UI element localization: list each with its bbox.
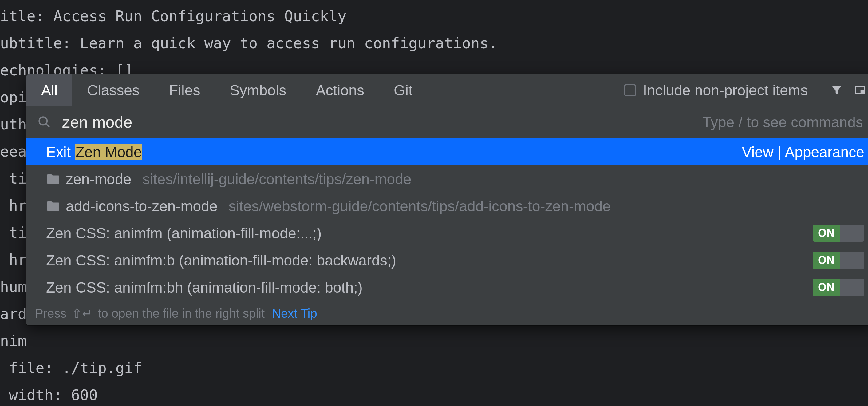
footer-hint: Press ⇧↵ to open the file in the right s… [35,306,265,320]
result-main: add-icons-to-zen-modesites/webstorm-guid… [46,198,864,215]
svg-rect-1 [861,90,864,93]
result-row[interactable]: Zen CSS: animfm:b (animation-fill-mode: … [26,247,868,274]
svg-point-2 [39,117,47,125]
result-row[interactable]: zen-modesites/intellij-guide/contents/ti… [26,166,868,193]
result-main: zen-modesites/intellij-guide/contents/ti… [46,171,864,187]
result-folder-path: sites/webstorm-guide/contents/tips/add-i… [229,198,611,215]
tab-symbols[interactable]: Symbols [215,75,301,106]
search-icon [37,115,51,129]
editor-line: itle: Access Run Configurations Quickly [0,2,868,30]
toggle-switch[interactable]: ON [813,252,864,269]
search-tabs-row: AllClassesFilesSymbolsActionsGit Include… [26,75,868,107]
folder-icon [46,173,60,185]
editor-line: nim [0,327,868,354]
result-main: Zen CSS: animfm (animation-fill-mode:...… [46,225,813,242]
result-toggle-label: Zen CSS: animfm:bh (animation-fill-mode:… [46,279,363,296]
include-non-project-items[interactable]: Include non-project items [624,82,808,99]
search-results: Exit Zen ModeView | Appearancezen-modesi… [26,138,868,301]
shortcut-keys: ⇧↵ [70,306,94,320]
open-in-new-window-icon[interactable] [853,83,867,97]
tab-all[interactable]: All [26,75,72,106]
editor-line: ubtitle: Learn a quick way to access run… [0,30,868,57]
tab-git[interactable]: Git [379,75,427,106]
editor-line: file: ./tip.gif [0,354,868,381]
result-row[interactable]: add-icons-to-zen-modesites/webstorm-guid… [26,193,868,220]
result-location: View | Appearance [742,144,864,161]
include-label: Include non-project items [643,82,808,99]
search-input[interactable] [62,113,702,131]
tab-files[interactable]: Files [154,75,215,106]
result-main: Exit Zen Mode [46,144,742,161]
result-folder-name: add-icons-to-zen-mode [66,198,218,215]
result-folder-name: zen-mode [66,171,131,187]
include-checkbox-icon[interactable] [624,84,636,96]
result-toggle-label: Zen CSS: animfm:b (animation-fill-mode: … [46,252,396,269]
toggle-on-label: ON [813,225,840,242]
next-tip-link[interactable]: Next Tip [272,307,317,320]
filter-icon[interactable] [830,83,843,97]
toggle-on-label: ON [813,279,840,296]
result-action-label: Exit Zen Mode [46,144,142,161]
editor-line: width: 600 [0,381,868,406]
folder-icon [46,200,60,212]
result-toggle-label: Zen CSS: animfm (animation-fill-mode:...… [46,225,321,242]
toggle-switch[interactable]: ON [813,279,864,296]
result-main: Zen CSS: animfm:b (animation-fill-mode: … [46,252,813,269]
search-everywhere-popup: AllClassesFilesSymbolsActionsGit Include… [26,75,868,325]
result-folder-path: sites/intellij-guide/contents/tips/zen-m… [142,171,411,187]
tab-classes[interactable]: Classes [72,75,154,106]
result-main: Zen CSS: animfm:bh (animation-fill-mode:… [46,279,813,296]
result-row[interactable]: Zen CSS: animfm:bh (animation-fill-mode:… [26,274,868,301]
search-hint: Type / to see commands [702,114,863,131]
result-row[interactable]: Exit Zen ModeView | Appearance [26,138,868,166]
toggle-on-label: ON [813,252,840,269]
tab-actions[interactable]: Actions [301,75,379,106]
search-input-row: Type / to see commands [26,107,868,138]
search-footer: Press ⇧↵ to open the file in the right s… [26,301,868,325]
svg-line-3 [46,124,50,127]
result-row[interactable]: Zen CSS: animfm (animation-fill-mode:...… [26,220,868,247]
toggle-switch[interactable]: ON [813,225,864,242]
